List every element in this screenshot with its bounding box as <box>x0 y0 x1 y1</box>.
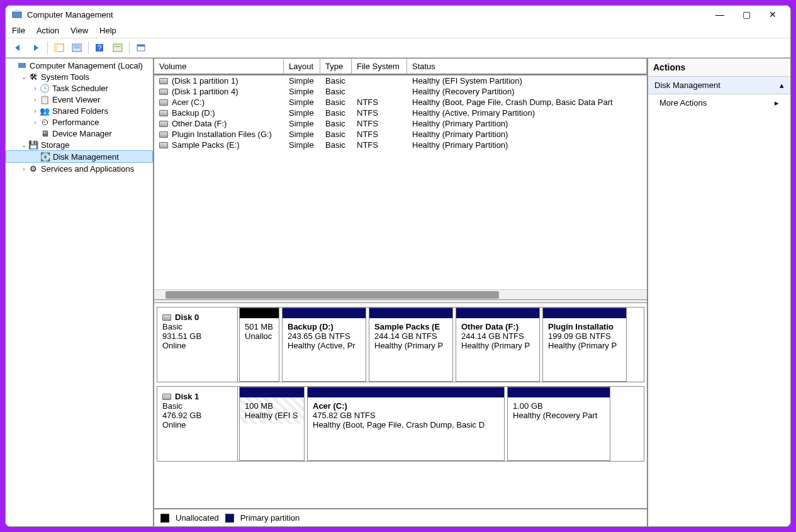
volume-fs <box>352 76 407 86</box>
partition-size: 100 MB <box>245 401 299 411</box>
svg-rect-12 <box>137 45 145 47</box>
app-window: Computer Management — ▢ ✕ File Action Vi… <box>5 5 791 527</box>
partition[interactable]: 501 MBUnalloc <box>239 308 279 382</box>
volume-list[interactable]: (Disk 1 partition 1)SimpleBasicHealthy (… <box>154 75 647 289</box>
maximize-button[interactable]: ▢ <box>739 9 754 19</box>
tree-event-viewer[interactable]: ›📋Event Viewer <box>6 94 153 105</box>
volume-icon <box>159 131 168 138</box>
actions-more[interactable]: More Actions ▸ <box>648 94 790 111</box>
disk-row[interactable]: Disk 0Basic931.51 GBOnline501 MBUnallocB… <box>157 307 644 382</box>
scrollbar-thumb[interactable] <box>165 291 499 299</box>
forward-button[interactable] <box>28 41 43 55</box>
volume-icon <box>159 99 168 106</box>
volume-status: Healthy (Primary Partition) <box>407 130 647 139</box>
legend: Unallocated Primary partition <box>154 508 647 526</box>
volume-layout: Simple <box>284 130 320 139</box>
disk-type: Basic <box>162 322 232 331</box>
toolbar-separator <box>129 42 130 54</box>
col-volume[interactable]: Volume <box>154 58 284 74</box>
volume-row[interactable]: Acer (C:)SimpleBasicNTFSHealthy (Boot, P… <box>154 97 647 108</box>
menu-help[interactable]: Help <box>99 26 116 35</box>
clock-icon: 🕒 <box>40 83 50 93</box>
volume-type: Basic <box>320 76 352 86</box>
partition-size: 1.00 GB <box>513 401 605 411</box>
volume-layout: Simple <box>284 140 320 150</box>
settings-button[interactable] <box>110 41 125 55</box>
window-title: Computer Management <box>27 10 712 19</box>
properties-button[interactable] <box>69 41 84 55</box>
tree-shared-folders[interactable]: ›👥Shared Folders <box>6 105 153 116</box>
volume-row[interactable]: (Disk 1 partition 4)SimpleBasicHealthy (… <box>154 86 647 97</box>
main-panel: Volume Layout Type File System Status (D… <box>154 58 648 526</box>
partition[interactable]: 1.00 GBHealthy (Recovery Part <box>507 387 610 461</box>
volume-row[interactable]: Plugin Installation Files (G:)SimpleBasi… <box>154 129 647 140</box>
col-status[interactable]: Status <box>407 58 647 74</box>
tree-performance[interactable]: ›⏲Performance <box>6 116 153 128</box>
menu-file[interactable]: File <box>12 26 25 35</box>
partition-size: 199.09 GB NTFS <box>548 331 621 341</box>
disk-size: 931.51 GB <box>162 331 232 341</box>
toolbar-separator <box>47 42 48 54</box>
partition[interactable]: Backup (D:)243.65 GB NTFSHealthy (Active… <box>282 308 366 382</box>
menu-action[interactable]: Action <box>36 26 59 35</box>
back-button[interactable] <box>11 41 26 55</box>
partition-size: 244.14 GB NTFS <box>461 331 534 341</box>
horizontal-scrollbar[interactable] <box>154 289 647 299</box>
partition-size: 244.14 GB NTFS <box>374 331 447 341</box>
disk-row[interactable]: Disk 1Basic476.92 GBOnline100 MBHealthy … <box>157 386 644 462</box>
view-button[interactable] <box>133 41 149 55</box>
volume-status: Healthy (EFI System Partition) <box>407 76 647 86</box>
svg-rect-0 <box>13 12 21 18</box>
svg-rect-13 <box>18 63 26 68</box>
tree-system-tools[interactable]: ⌄🛠System Tools <box>6 71 153 82</box>
col-type[interactable]: Type <box>320 58 352 74</box>
partition-detail: Unalloc <box>245 331 274 341</box>
volume-name: Other Data (F:) <box>172 119 227 128</box>
partition[interactable]: Other Data (F:)244.14 GB NTFSHealthy (Pr… <box>456 308 540 382</box>
col-layout[interactable]: Layout <box>284 58 320 74</box>
volume-name: (Disk 1 partition 1) <box>172 76 238 86</box>
minimize-button[interactable]: — <box>712 9 727 19</box>
volume-row[interactable]: (Disk 1 partition 1)SimpleBasicHealthy (… <box>154 75 647 86</box>
col-filesystem[interactable]: File System <box>352 58 407 74</box>
partition[interactable]: 100 MBHealthy (EFI S <box>239 387 305 461</box>
menu-view[interactable]: View <box>70 26 88 35</box>
actions-pane: Actions Disk Management ▴ More Actions ▸ <box>648 58 790 526</box>
volume-fs: NTFS <box>352 130 407 139</box>
help-button[interactable]: ? <box>92 41 108 55</box>
actions-header: Actions <box>648 58 790 77</box>
tree-disk-management[interactable]: 💽Disk Management <box>6 150 153 163</box>
tree-root[interactable]: Computer Management (Local) <box>6 60 153 71</box>
close-button[interactable]: ✕ <box>765 9 780 19</box>
actions-category[interactable]: Disk Management ▴ <box>648 77 790 94</box>
disk-info[interactable]: Disk 1Basic476.92 GBOnline <box>157 387 238 461</box>
volume-layout: Simple <box>284 76 320 86</box>
toolbar-separator <box>88 42 89 54</box>
partition-detail: Healthy (EFI S <box>245 411 299 420</box>
device-icon: 🖥 <box>40 128 50 138</box>
volume-row[interactable]: Other Data (F:)SimpleBasicNTFSHealthy (P… <box>154 118 647 129</box>
svg-rect-3 <box>55 44 58 52</box>
console-tree[interactable]: Computer Management (Local) ⌄🛠System Too… <box>6 58 154 526</box>
volume-row[interactable]: Backup (D:)SimpleBasicNTFSHealthy (Activ… <box>154 108 647 118</box>
tree-task-scheduler[interactable]: ›🕒Task Scheduler <box>6 82 153 94</box>
disk-graphical-view[interactable]: Disk 0Basic931.51 GBOnline501 MBUnallocB… <box>154 303 647 508</box>
volume-type: Basic <box>320 108 352 118</box>
volume-list-header: Volume Layout Type File System Status <box>154 58 647 75</box>
volume-status: Healthy (Primary Partition) <box>407 119 647 128</box>
computer-icon <box>17 60 27 70</box>
volume-status: Healthy (Boot, Page File, Crash Dump, Ba… <box>407 97 647 107</box>
tree-device-manager[interactable]: 🖥Device Manager <box>6 128 153 139</box>
disk-info[interactable]: Disk 0Basic931.51 GBOnline <box>157 308 238 382</box>
partition[interactable]: Acer (C:)475.82 GB NTFSHealthy (Boot, Pa… <box>307 387 505 461</box>
volume-row[interactable]: Sample Packs (E:)SimpleBasicNTFSHealthy … <box>154 140 647 150</box>
partition[interactable]: Sample Packs (E244.14 GB NTFSHealthy (Pr… <box>369 308 453 382</box>
tree-storage[interactable]: ⌄💾Storage <box>6 139 153 150</box>
show-hide-console-tree-button[interactable] <box>52 41 67 55</box>
performance-icon: ⏲ <box>40 117 50 127</box>
partition-size: 475.82 GB NTFS <box>313 411 499 420</box>
partition-detail: Healthy (Primary P <box>548 341 621 350</box>
partition[interactable]: Plugin Installatio199.09 GB NTFSHealthy … <box>542 308 627 382</box>
tree-services-apps[interactable]: ›⚙Services and Applications <box>6 163 153 174</box>
volume-type: Basic <box>320 130 352 139</box>
